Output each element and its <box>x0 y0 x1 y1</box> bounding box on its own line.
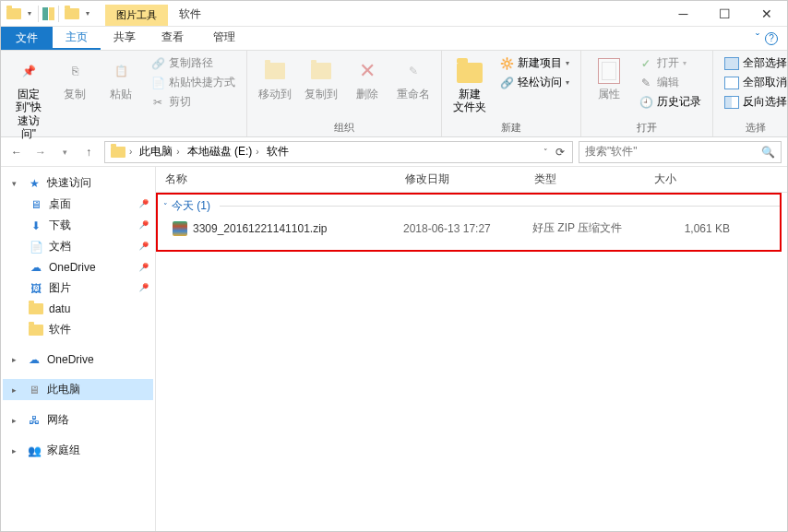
pin-indicator-icon: 📍 <box>134 195 151 213</box>
view-tab[interactable]: 查看 <box>149 27 197 50</box>
pin-indicator-icon: 📍 <box>134 258 151 276</box>
close-button[interactable]: ✕ <box>746 1 787 27</box>
network-icon: 🖧 <box>27 413 42 428</box>
addr-dropdown-icon[interactable]: ˅ <box>543 148 548 157</box>
nav-homegroup[interactable]: ▸👥家庭组 <box>3 440 153 461</box>
ribbon: 📌 固定到"快 速访问" ⎘ 复制 📋 粘贴 🔗复制路径 📄粘贴快捷方式 ✂剪切… <box>1 51 787 137</box>
up-button[interactable]: ↑ <box>78 142 99 162</box>
search-placeholder: 搜索"软件" <box>585 144 638 160</box>
home-tab[interactable]: 主页 <box>53 27 101 50</box>
open-button[interactable]: ✓打开▾ <box>637 54 703 72</box>
easy-access-button[interactable]: 🔗轻松访问▾ <box>497 74 571 91</box>
qat-dropdown[interactable]: ▾ <box>25 9 34 18</box>
recent-dropdown[interactable]: ▾ <box>54 142 75 162</box>
ribbon-help: ˇ ? <box>756 27 787 50</box>
group-label-organize: 组织 <box>253 119 436 136</box>
nav-this-pc[interactable]: ▸🖥此电脑 <box>3 379 153 400</box>
nav-network[interactable]: ▸🖧网络 <box>3 409 153 431</box>
paste-shortcut-button[interactable]: 📄粘贴快捷方式 <box>149 74 237 91</box>
nav-pictures[interactable]: 🖼图片📍 <box>3 278 153 299</box>
window-controls: ─ ☐ ✕ <box>663 1 787 27</box>
folder-icon <box>29 323 43 337</box>
properties-qat-icon[interactable] <box>42 7 54 20</box>
rename-button[interactable]: ✎重命名 <box>391 53 436 104</box>
col-type[interactable]: 类型 <box>525 171 645 187</box>
nav-software[interactable]: 软件 <box>3 319 153 340</box>
pin-icon: 📌 <box>14 56 43 86</box>
copy-to-button[interactable]: 复制到 <box>299 53 343 104</box>
nav-desktop[interactable]: 🖥桌面📍 <box>3 194 153 215</box>
maximize-button[interactable]: ☐ <box>704 1 746 27</box>
copy-path-button[interactable]: 🔗复制路径 <box>149 54 237 72</box>
copy-icon: ⎘ <box>60 56 90 86</box>
new-item-button[interactable]: 🔆新建项目▾ <box>497 54 571 72</box>
nav-onedrive-root[interactable]: ▸☁OneDrive <box>3 349 153 370</box>
paste-button[interactable]: 📋 粘贴 <box>99 53 143 104</box>
breadcrumb-disk[interactable]: 本地磁盘 (E:) <box>187 144 253 160</box>
ribbon-group-organize: 移动到 复制到 ✕删除 ✎重命名 组织 <box>247 51 442 136</box>
breadcrumb-folder[interactable]: 软件 <box>267 144 289 160</box>
folder-qat-icon[interactable] <box>63 6 81 21</box>
navigation-pane: ▾★快速访问 🖥桌面📍 ⬇下载📍 📄文档📍 ☁OneDrive📍 🖼图片📍 da… <box>1 167 156 531</box>
share-tab[interactable]: 共享 <box>101 27 149 50</box>
minimize-button[interactable]: ─ <box>663 1 704 27</box>
search-box[interactable]: 搜索"软件" 🔍 <box>579 141 782 163</box>
annotation-highlight <box>156 193 782 252</box>
properties-icon <box>594 56 624 86</box>
contextual-tab-label: 图片工具 <box>105 5 168 26</box>
delete-button[interactable]: ✕删除 <box>345 53 389 104</box>
delete-icon: ✕ <box>352 56 382 86</box>
open-icon: ✓ <box>639 56 653 71</box>
properties-button[interactable]: 属性 <box>587 53 631 104</box>
easy-access-icon: 🔗 <box>499 76 514 90</box>
addr-folder-icon <box>111 147 125 158</box>
col-date[interactable]: 修改日期 <box>396 171 525 187</box>
nav-documents[interactable]: 📄文档📍 <box>3 236 153 257</box>
nav-downloads[interactable]: ⬇下载📍 <box>3 215 153 236</box>
select-none-button[interactable]: 全部取消 <box>722 74 788 91</box>
history-button[interactable]: 🕘历史记录 <box>637 93 703 111</box>
quick-access-toolbar: ▾ ▾ <box>1 6 96 22</box>
new-item-icon: 🔆 <box>499 56 514 71</box>
paste-shortcut-icon: 📄 <box>150 76 165 90</box>
help-icon[interactable]: ? <box>765 32 778 45</box>
pin-quick-access-button[interactable]: 📌 固定到"快 速访问" <box>6 53 51 145</box>
move-icon <box>260 56 290 86</box>
cut-button[interactable]: ✂剪切 <box>149 93 237 111</box>
star-icon: ★ <box>27 176 42 191</box>
collapse-ribbon-icon[interactable]: ˇ <box>756 32 759 45</box>
manage-tab[interactable]: 管理 <box>200 27 248 50</box>
select-all-icon <box>724 56 739 71</box>
edit-button[interactable]: ✎编辑 <box>637 74 703 91</box>
invert-selection-button[interactable]: 反向选择 <box>722 93 788 111</box>
nav-datu[interactable]: datu <box>3 299 153 319</box>
move-to-button[interactable]: 移动到 <box>253 53 297 104</box>
address-bar-row: ← → ▾ ↑ › 此电脑› 本地磁盘 (E:)› 软件 ˅⟳ 搜索"软件" 🔍 <box>1 137 787 167</box>
onedrive-icon: ☁ <box>29 260 43 275</box>
back-button[interactable]: ← <box>6 142 27 162</box>
group-label-select: 选择 <box>719 119 788 136</box>
select-all-button[interactable]: 全部选择 <box>722 54 788 72</box>
group-label-open: 打开 <box>587 119 707 136</box>
copy-button[interactable]: ⎘ 复制 <box>53 53 97 104</box>
pc-icon: 🖥 <box>27 383 42 397</box>
folder-icon <box>29 301 43 316</box>
refresh-icon[interactable]: ⟳ <box>555 146 565 159</box>
col-name[interactable]: 名称 <box>156 171 396 187</box>
file-tab[interactable]: 文件 <box>1 27 53 50</box>
copy-path-icon: 🔗 <box>150 56 165 71</box>
new-folder-button[interactable]: 新建 文件夹 <box>448 53 492 118</box>
ribbon-group-select: 全部选择 全部取消 反向选择 选择 <box>713 51 788 136</box>
qat-menu[interactable]: ▾ <box>83 9 92 18</box>
address-bar[interactable]: › 此电脑› 本地磁盘 (E:)› 软件 ˅⟳ <box>104 141 573 163</box>
nav-quick-access[interactable]: ▾★快速访问 <box>3 172 153 194</box>
forward-button[interactable]: → <box>30 142 51 162</box>
col-size[interactable]: 大小 <box>645 171 737 187</box>
window-title: 软件 <box>168 3 212 26</box>
select-none-icon <box>724 76 739 90</box>
ribbon-tab-strip: 文件 主页 共享 查看 管理 ˇ ? <box>1 27 787 51</box>
folder-icon[interactable] <box>5 6 23 21</box>
nav-onedrive[interactable]: ☁OneDrive📍 <box>3 257 153 278</box>
breadcrumb-pc[interactable]: 此电脑 <box>139 144 173 160</box>
search-icon[interactable]: 🔍 <box>761 146 775 159</box>
